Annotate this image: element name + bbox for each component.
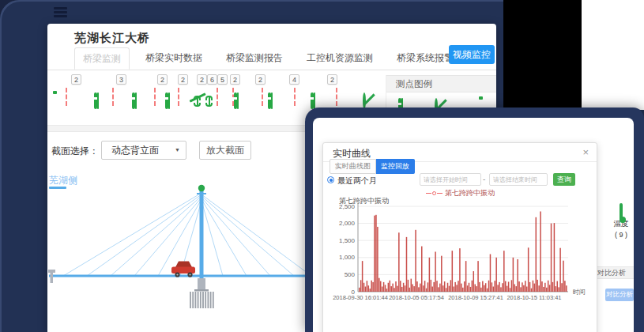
enlarge-section-button[interactable]: 放大截面 — [199, 141, 251, 160]
sensor-count-badge: 2 — [255, 74, 266, 85]
realtime-curve-window: 温度 ( 9 ) 对比分析 对比分析 实时曲线 × 实时曲线图监控回放 最近两个… — [305, 108, 644, 332]
svg-text:2,500: 2,500 — [339, 203, 356, 210]
chain-sensor[interactable] — [94, 94, 97, 108]
chain-icon — [165, 92, 168, 109]
compare-analysis-header: 对比分析 — [593, 266, 634, 279]
temperature-sensor-block[interactable]: 温度 ( 9 ) — [608, 205, 634, 239]
ban-sensor[interactable] — [363, 94, 366, 108]
tower-sensor-icon — [198, 185, 205, 191]
legend-line-icon — [437, 193, 443, 194]
query-controls: 最近两个月 - 查询 — [323, 173, 597, 186]
sensor-marker-dash — [294, 88, 296, 106]
svg-text:2018-09-30 16:01:44: 2018-09-30 16:01:44 — [333, 294, 388, 301]
svg-text:2018-10-05 05:17:54: 2018-10-05 05:17:54 — [389, 294, 444, 301]
svg-text:2018-10-15 11:03:41: 2018-10-15 11:03:41 — [507, 294, 561, 301]
svg-text:2,000: 2,000 — [339, 220, 356, 227]
sensor-marker-dash — [112, 88, 114, 106]
start-time-input[interactable] — [420, 173, 481, 186]
sensor-count-badge: 4 — [289, 74, 299, 85]
realtime-curve-window-body: 温度 ( 9 ) 对比分析 对比分析 实时曲线 × 实时曲线图监控回放 最近两个… — [313, 118, 634, 332]
legend-circle-icon — [432, 191, 436, 195]
sensor-count-badge: 5 — [217, 74, 228, 85]
dialog-tab-group: 实时曲线图监控回放 — [330, 159, 415, 174]
bridge-diagram — [47, 180, 316, 332]
svg-text:1,000: 1,000 — [339, 254, 356, 261]
hamburger-menu-icon[interactable] — [54, 7, 67, 17]
thermometer-icon — [620, 203, 623, 220]
sensor-marker-dash — [178, 88, 179, 106]
sensor-count-badge: 3 — [116, 74, 126, 85]
dialog-tab-1[interactable]: 实时曲线图 — [330, 159, 376, 174]
point-legend-title: 测点图例 — [386, 75, 496, 92]
section-select-label: 截面选择： — [51, 145, 99, 158]
sensor-count-badge: 2 — [327, 74, 337, 85]
query-button[interactable]: 查询 — [553, 173, 575, 186]
chain-sensor[interactable] — [268, 94, 271, 108]
legend-line-icon — [426, 193, 431, 194]
temperature-count: ( 9 ) — [608, 231, 634, 239]
section-select-value: 动态背立面 — [111, 145, 159, 156]
background-black-area — [503, 0, 582, 110]
realtime-curve-dialog: 实时曲线 × 实时曲线图监控回放 最近两个月 - 查询 第七跨跨中振动 — [322, 142, 597, 332]
dialog-tab-2[interactable]: 监控回放 — [376, 159, 415, 174]
end-time-input[interactable] — [489, 173, 548, 186]
close-icon[interactable]: × — [582, 146, 589, 158]
sensor-count-badge: 2 — [230, 74, 240, 85]
section-select-dropdown[interactable]: 动态背立面 ▼ — [101, 141, 186, 160]
last-two-months-label: 最近两个月 — [337, 175, 377, 187]
sensor-marker-dash — [66, 88, 67, 106]
sensor-count-badge: 2 — [178, 74, 188, 85]
vibration-chart: 2,5002,0001,5001,00050002018-09-30 16:01… — [323, 202, 598, 312]
ban-icon — [363, 92, 366, 109]
svg-text:1,500: 1,500 — [339, 237, 356, 244]
chain-icon — [94, 92, 97, 109]
last-two-months-radio[interactable] — [327, 176, 334, 183]
sensor-count-badge: 2 — [71, 74, 81, 85]
sensor-marker-dash — [336, 88, 337, 106]
chain-icon — [311, 92, 314, 109]
chain-sensor[interactable] — [311, 94, 314, 108]
time-range-separator: - — [483, 175, 485, 183]
svg-text:时间: 时间 — [573, 289, 586, 296]
chain-icon — [268, 92, 271, 109]
sensor-count-badge: 2 — [197, 74, 207, 85]
sensor-marker-dash — [154, 88, 156, 106]
background-white-area — [582, 0, 644, 110]
legend-series-label: 第七跨跨中振动 — [445, 188, 495, 198]
compare-analysis-button[interactable]: 对比分析 — [605, 289, 634, 301]
chain-icon — [234, 92, 237, 109]
sensor-marker-dash — [262, 88, 263, 106]
chart-legend[interactable]: 第七跨跨中振动 — [426, 188, 495, 198]
chain-sensor[interactable] — [234, 94, 237, 108]
sensor-count-badge: 2 — [157, 74, 168, 85]
sensor-marker-dash — [217, 88, 218, 106]
svg-text:2018-10-09 15:27:41: 2018-10-09 15:27:41 — [448, 294, 503, 301]
chain-sensor[interactable] — [165, 94, 168, 108]
chain-icon — [132, 92, 135, 109]
desktop: 芜湖长江大桥 桥梁监测桥梁实时数据桥梁监测报告工控机资源监测桥梁系统报警 视频监… — [0, 0, 644, 332]
chain-sensor[interactable] — [132, 94, 135, 108]
chevron-down-icon: ▼ — [175, 141, 180, 159]
sensor-count-badge: 6 — [207, 74, 217, 85]
svg-text:500: 500 — [345, 271, 356, 278]
